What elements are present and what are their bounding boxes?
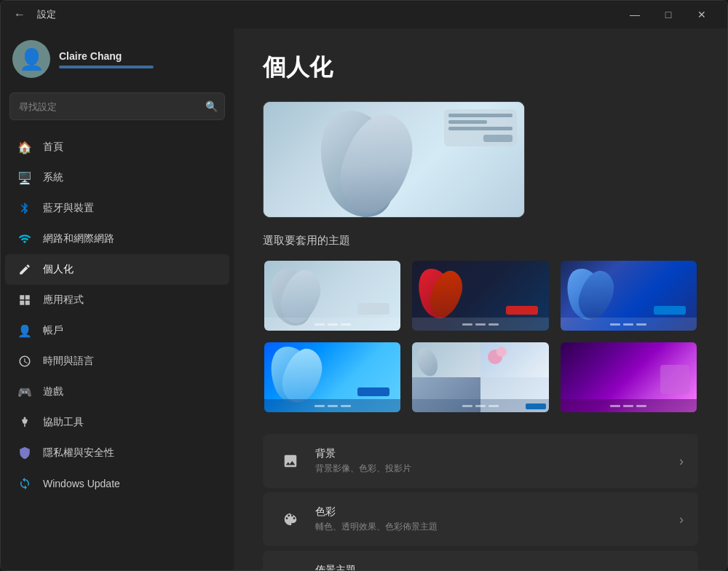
theme-card-6[interactable]	[559, 341, 698, 414]
system-icon: 🖥️	[17, 170, 33, 186]
nav-item-bluetooth[interactable]: 藍牙與裝置	[5, 193, 229, 224]
personalization-icon	[17, 261, 33, 277]
preview-ui-panel	[444, 109, 517, 146]
nav-label-accessibility: 協助工具	[43, 416, 84, 429]
card-taskbar-1	[264, 318, 400, 331]
windows-update-icon	[17, 476, 33, 492]
settings-row-color[interactable]: 色彩 輔色、透明效果、色彩佈景主題 ›	[263, 492, 698, 546]
theme-card-3[interactable]	[559, 259, 698, 332]
card-blue-bar	[654, 306, 686, 315]
theme-card-2[interactable]	[411, 259, 550, 332]
nav-item-personalization[interactable]: 個人化	[5, 254, 229, 285]
nav-label-gaming: 遊戲	[43, 385, 63, 398]
preview-line-2	[448, 120, 487, 124]
accounts-icon: 👤	[17, 323, 33, 339]
nav-item-apps[interactable]: 應用程式	[5, 285, 229, 315]
user-section: Claire Chang	[1, 28, 234, 92]
section-label: 選取要套用的主題	[263, 234, 698, 248]
nav-item-time[interactable]: 時間與語言	[5, 346, 229, 377]
card-red-bar	[506, 306, 538, 315]
title-bar-left: ← 設定	[9, 4, 56, 25]
user-info: Claire Chang	[59, 50, 154, 68]
background-title: 背景	[315, 447, 668, 460]
bluetooth-icon	[17, 200, 33, 216]
content-area: Claire Chang 🔍 🏠 首頁 🖥️ 系統	[1, 28, 727, 570]
privacy-icon	[17, 445, 33, 461]
color-text: 色彩 輔色、透明效果、色彩佈景主題	[315, 505, 668, 533]
search-box: 🔍	[9, 92, 225, 120]
search-icon: 🔍	[205, 101, 218, 112]
themes-title: 佈景主題	[315, 564, 668, 570]
search-input[interactable]	[9, 92, 225, 120]
theme-card-1[interactable]	[263, 259, 402, 332]
nav-label-system: 系統	[43, 171, 63, 184]
nav-item-gaming[interactable]: 🎮 遊戲	[5, 377, 229, 407]
avatar	[12, 40, 50, 78]
title-bar: ← 設定 — □ ✕	[1, 1, 727, 28]
nav-label-time: 時間與語言	[43, 355, 94, 368]
color-subtitle: 輔色、透明效果、色彩佈景主題	[315, 521, 668, 533]
close-button[interactable]: ✕	[685, 3, 719, 26]
apps-icon	[17, 292, 33, 308]
nav-item-privacy[interactable]: 隱私權與安全性	[5, 438, 229, 468]
nav-item-system[interactable]: 🖥️ 系統	[5, 162, 229, 193]
card-taskbar-2	[412, 318, 548, 331]
background-text: 背景 背景影像、色彩、投影片	[315, 447, 668, 475]
nav-item-network[interactable]: 網路和網際網路	[5, 224, 229, 254]
minimize-button[interactable]: —	[618, 3, 652, 26]
nav-label-bluetooth: 藍牙與裝置	[43, 202, 94, 215]
background-arrow: ›	[679, 454, 684, 469]
gaming-icon: 🎮	[17, 384, 33, 400]
settings-row-background[interactable]: 背景 背景影像、色彩、投影片 ›	[263, 434, 698, 488]
accessibility-icon	[17, 414, 33, 430]
card-taskbar-3	[561, 318, 697, 331]
page-title: 個人化	[263, 52, 698, 84]
color-icon	[277, 506, 304, 532]
time-icon	[17, 353, 33, 369]
settings-window: ← 設定 — □ ✕ Claire Chang 🔍	[0, 0, 728, 571]
background-icon	[277, 448, 304, 474]
taskbar-dot-2	[328, 323, 338, 326]
preview-button-small	[483, 135, 513, 142]
themes-text: 佈景主題 安裝、建立、管理	[315, 564, 668, 570]
nav-label-apps: 應用程式	[43, 294, 84, 307]
theme-card-5[interactable]	[411, 341, 550, 414]
nav-label-home: 首頁	[43, 141, 63, 154]
nav-label-windows-update: Windows Update	[43, 478, 120, 489]
preview-wallpaper	[264, 102, 524, 217]
nav-label-accounts: 帳戶	[43, 324, 63, 337]
color-title: 色彩	[315, 505, 668, 519]
taskbar-dot-1	[314, 323, 325, 326]
card-dark-bar	[357, 387, 389, 396]
themes-icon	[277, 564, 304, 570]
user-progress-bar	[59, 66, 154, 68]
home-icon: 🏠	[17, 139, 33, 155]
nav-item-accessibility[interactable]: 協助工具	[5, 407, 229, 438]
nav-label-personalization: 個人化	[43, 263, 74, 276]
themes-arrow: ›	[679, 570, 684, 571]
preview-line-1	[448, 114, 513, 117]
card-taskbar-6	[561, 399, 697, 412]
nav-item-windows-update[interactable]: Windows Update	[5, 468, 229, 499]
preview-line-3	[448, 127, 513, 130]
preview-bloom-decoration	[307, 113, 438, 215]
nav-item-accounts[interactable]: 👤 帳戶	[5, 315, 229, 346]
color-arrow: ›	[679, 512, 684, 527]
main-content: 個人化 選取要套用的主題	[234, 28, 727, 570]
title-bar-controls: — □ ✕	[618, 3, 719, 26]
card-taskbar-4	[264, 399, 400, 412]
maximize-button[interactable]: □	[652, 3, 685, 26]
theme-card-4[interactable]	[263, 341, 402, 414]
nav-item-home[interactable]: 🏠 首頁	[5, 132, 229, 162]
sidebar: Claire Chang 🔍 🏠 首頁 🖥️ 系統	[1, 28, 234, 570]
user-name: Claire Chang	[59, 50, 154, 62]
network-icon	[17, 231, 33, 247]
back-button[interactable]: ←	[9, 4, 30, 25]
background-subtitle: 背景影像、色彩、投影片	[315, 462, 668, 475]
window-title: 設定	[37, 8, 56, 21]
theme-grid	[263, 259, 698, 414]
nav-label-privacy: 隱私權與安全性	[43, 446, 114, 460]
nav-label-network: 網路和網際網路	[43, 232, 114, 245]
settings-row-themes[interactable]: 佈景主題 安裝、建立、管理 ›	[263, 551, 698, 570]
theme-preview	[263, 101, 525, 218]
